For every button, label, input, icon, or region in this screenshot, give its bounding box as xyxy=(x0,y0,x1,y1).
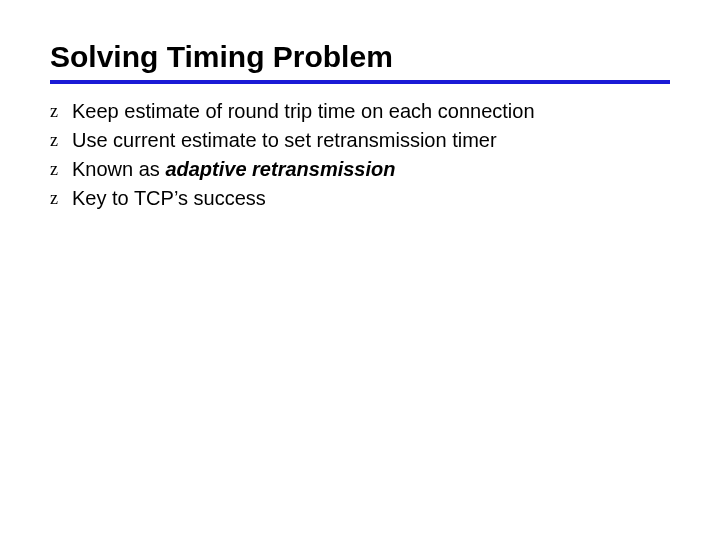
slide-title: Solving Timing Problem xyxy=(50,40,670,74)
bullet-text: Key to TCP’s success xyxy=(72,187,266,209)
bullet-text: Keep estimate of round trip time on each… xyxy=(72,100,535,122)
bullet-icon: z xyxy=(50,98,58,124)
bullet-text: Use current estimate to set retransmissi… xyxy=(72,129,497,151)
title-underline xyxy=(50,80,670,84)
list-item: z Known as adaptive retransmission xyxy=(50,156,670,183)
bullet-text: Known as xyxy=(72,158,165,180)
bullet-icon: z xyxy=(50,127,58,153)
list-item: z Key to TCP’s success xyxy=(50,185,670,212)
bullet-icon: z xyxy=(50,185,58,211)
list-item: z Keep estimate of round trip time on ea… xyxy=(50,98,670,125)
bullet-emphasis: adaptive retransmission xyxy=(165,158,395,180)
bullet-list: z Keep estimate of round trip time on ea… xyxy=(50,98,670,212)
bullet-icon: z xyxy=(50,156,58,182)
list-item: z Use current estimate to set retransmis… xyxy=(50,127,670,154)
slide: Solving Timing Problem z Keep estimate o… xyxy=(0,0,720,540)
